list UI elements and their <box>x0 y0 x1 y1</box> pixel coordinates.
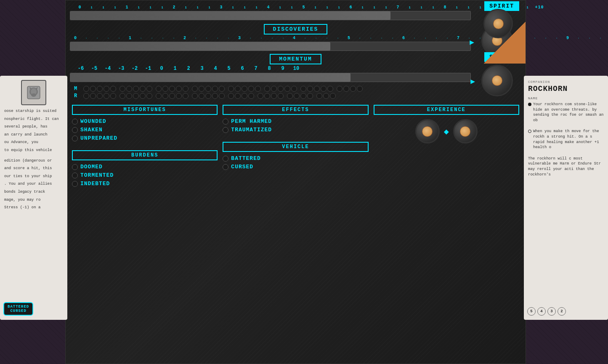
bullet-1-text: Your rockhorn com stone-like hide an ove… <box>533 102 604 123</box>
bullet-2-text: When you make th move for the rockh a st… <box>533 129 604 150</box>
left-card-text-12: mage, you may ro <box>4 197 63 203</box>
svg-point-5 <box>31 93 36 97</box>
left-card-text-8: and score a hit, this <box>4 166 63 171</box>
badge-cursed: CURSED <box>10 309 26 313</box>
companion-label: COMPANION <box>528 80 604 84</box>
discoveries-arrow: ▶ <box>470 37 474 47</box>
left-card-text-1: oose starship is suited <box>4 109 63 114</box>
left-card-text-4: an carry and launch <box>4 132 63 138</box>
discoveries-track: 0···· 1···· 2···· 3···· 4···· 5···· 6···… <box>70 36 471 40</box>
name-label: NAME <box>528 96 604 100</box>
spirit-coin <box>493 19 504 29</box>
left-card-text-5: ou Advance, you <box>4 140 63 145</box>
left-card-text-3: several people, has <box>4 124 63 130</box>
right-card: COMPANION ROCKHORN NAME Your rockhorn co… <box>524 76 608 320</box>
momentum-label: MOMENTUM <box>270 54 321 64</box>
right-card-text-3: The rockhorn will c most vulnerable me H… <box>528 156 604 177</box>
bullet-2: When you make th move for the rockh a st… <box>528 129 604 153</box>
momentum-track: -6-5-4-3-2-1 012345 678910 <box>70 66 471 72</box>
left-card-text-10: . You and your allies <box>4 181 63 187</box>
left-card-text-13: Stress (-1) on a <box>4 205 63 210</box>
track-num-4: 4 <box>537 307 546 316</box>
left-card: oose starship is suited nospheric flight… <box>0 76 67 320</box>
discoveries-slider[interactable] <box>70 42 471 51</box>
dots-row-m: M <box>70 86 471 92</box>
badge-battered: BATTERED <box>8 305 29 309</box>
left-card-text-9: our ties to your ship <box>4 174 63 179</box>
companion-title: ROCKHORN <box>528 85 604 93</box>
left-card-text-11: bonds legacy track <box>4 189 63 195</box>
experience-coin-2 <box>460 126 470 137</box>
dots-row-r: R <box>70 93 471 99</box>
track-num-5: 5 <box>527 307 536 316</box>
track-num-3: 3 <box>547 307 556 316</box>
left-card-badge: BATTERED CURSED <box>3 302 33 316</box>
top-slider[interactable] <box>70 11 471 20</box>
top-number-track: 0111 1111 2111 3111 411 5111 6111 7111 8… <box>70 5 471 10</box>
right-card-bottom-track: 5 4 3 2 <box>527 307 605 316</box>
bullet-filled-icon <box>528 103 531 106</box>
bullet-1: Your rockhorn com stone-like hide an ove… <box>528 102 604 126</box>
left-card-text-6: to equip this vehicle <box>4 148 63 153</box>
left-card-text-7: edition (dangerous or <box>4 158 63 164</box>
main-board: SPIRIT 0111 1111 2111 3111 411 5111 6111… <box>65 0 526 364</box>
left-card-icon <box>21 80 46 105</box>
spirit-dial[interactable] <box>483 9 513 38</box>
experience-coin-1 <box>422 126 433 137</box>
bullet-empty-icon <box>528 130 531 133</box>
experience-dial-2[interactable] <box>453 119 478 143</box>
experience-dial-1[interactable] <box>415 119 440 143</box>
left-card-text-2: nospheric flight. It can <box>4 117 63 122</box>
discoveries-label: DISCOVERIES <box>264 24 328 35</box>
track-num-2: 2 <box>558 307 566 316</box>
momentum-slider[interactable] <box>70 73 471 82</box>
